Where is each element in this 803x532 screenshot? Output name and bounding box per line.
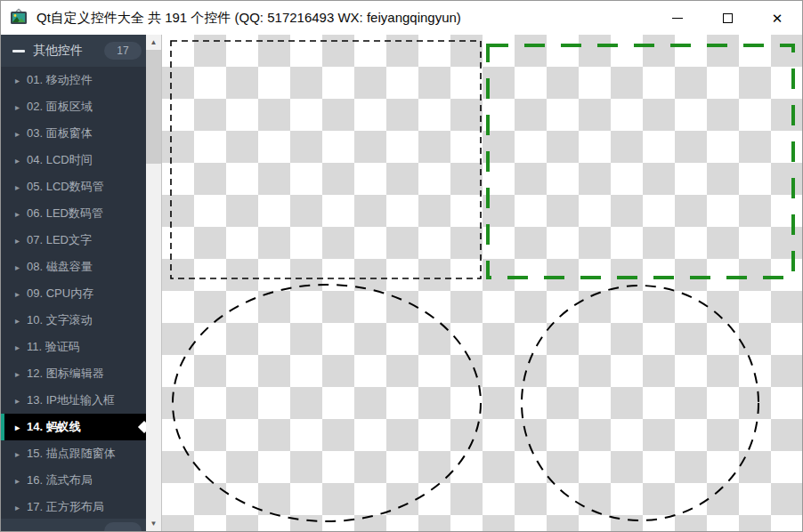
expand-arrow-icon: ▸: [15, 102, 20, 112]
minimize-icon: [672, 18, 683, 19]
sidebar-item-06[interactable]: ▸06. LED数码管: [1, 200, 146, 227]
scroll-down-button[interactable]: ▼: [146, 516, 161, 531]
close-button[interactable]: ✕: [752, 1, 802, 35]
window-controls: ✕: [653, 1, 802, 35]
sidebar-item-label: 11. 验证码: [27, 339, 80, 355]
sidebar-item-label: 14. 蚂蚁线: [27, 419, 81, 435]
sidebar-item-label: 08. 磁盘容量: [27, 259, 93, 275]
sidebar-item-label: 05. LCD数码管: [27, 179, 104, 195]
expand-arrow-icon: ▸: [15, 209, 20, 219]
sidebar-item-label: 12. 图标编辑器: [27, 366, 104, 382]
expand-arrow-icon: ▸: [15, 129, 20, 139]
sidebar-item-label: 17. 正方形布局: [27, 499, 104, 515]
sidebar-item-label: 07. LED文字: [27, 232, 92, 248]
sidebar-item-16[interactable]: ▸16. 流式布局: [1, 467, 146, 494]
expand-arrow-icon: ▸: [15, 236, 20, 246]
scroll-up-icon: ▲: [150, 38, 158, 46]
selected-accent-bar: [1, 414, 4, 440]
sidebar-item-list: ▸01. 移动控件▸02. 面板区域▸03. 面板窗体▸04. LCD时间▸05…: [1, 67, 146, 520]
ant-line-shapes: [162, 35, 803, 532]
sidebar-scrollbar[interactable]: ▲ ▼: [146, 35, 161, 531]
sidebar-group-header-others[interactable]: 其他控件 17: [1, 35, 146, 67]
expand-arrow-icon: ▸: [15, 369, 20, 379]
expand-arrow-icon: ▸: [15, 289, 20, 299]
sidebar-item-label: 15. 描点跟随窗体: [27, 446, 116, 462]
expand-arrow-icon: ▸: [15, 262, 20, 272]
sidebar-item-15[interactable]: ▸15. 描点跟随窗体: [1, 440, 146, 467]
sidebar: 其他控件 17 ▸01. 移动控件▸02. 面板区域▸03. 面板窗体▸04. …: [1, 35, 146, 531]
sidebar-item-17[interactable]: ▸17. 正方形布局: [1, 494, 146, 520]
app-window: Qt自定义控件大全 共 191 个控件 (QQ: 517216493 WX: f…: [0, 0, 803, 532]
maximize-icon: [723, 13, 733, 23]
group-label: 其他控件: [33, 43, 83, 59]
sidebar-group-header-next-partial[interactable]: [1, 519, 146, 531]
sidebar-item-09[interactable]: ▸09. CPU内存: [1, 280, 146, 307]
sidebar-item-12[interactable]: ▸12. 图标编辑器: [1, 360, 146, 387]
expand-arrow-icon: ▸: [15, 423, 20, 432]
minimize-button[interactable]: [653, 1, 702, 35]
expand-arrow-icon: ▸: [15, 503, 20, 512]
expand-arrow-icon: ▸: [15, 156, 20, 165]
scroll-up-button[interactable]: ▲: [146, 35, 161, 50]
sidebar-item-13[interactable]: ▸13. IP地址输入框: [1, 387, 146, 414]
sidebar-item-label: 06. LED数码管: [27, 206, 103, 222]
sidebar-item-label: 13. IP地址输入框: [27, 392, 115, 408]
scrollbar-thumb[interactable]: [146, 50, 161, 164]
title-bar: Qt自定义控件大全 共 191 个控件 (QQ: 517216493 WX: f…: [1, 1, 802, 35]
expand-arrow-icon: ▸: [15, 476, 20, 486]
expand-arrow-icon: ▸: [15, 76, 20, 85]
scroll-down-icon: ▼: [150, 520, 158, 528]
sidebar-item-08[interactable]: ▸08. 磁盘容量: [1, 254, 146, 280]
sidebar-item-11[interactable]: ▸11. 验证码: [1, 334, 146, 360]
sidebar-item-label: 03. 面板窗体: [27, 125, 93, 141]
demo-canvas: [161, 35, 802, 531]
sidebar-item-label: 16. 流式布局: [27, 472, 93, 488]
collapse-icon: [12, 50, 25, 52]
ant-rect-green: [488, 45, 793, 278]
maximize-button[interactable]: [702, 1, 752, 35]
group-count-badge-partial: [104, 522, 142, 531]
sidebar-item-05[interactable]: ▸05. LCD数码管: [1, 173, 146, 200]
group-count-badge: 17: [104, 42, 142, 60]
sidebar-item-label: 09. CPU内存: [27, 286, 93, 302]
expand-arrow-icon: ▸: [15, 396, 20, 406]
expand-arrow-icon: ▸: [15, 316, 20, 326]
expand-arrow-icon: ▸: [15, 343, 20, 352]
app-logo-icon: [9, 8, 28, 28]
window-title: Qt自定义控件大全 共 191 个控件 (QQ: 517216493 WX: f…: [36, 10, 461, 27]
sidebar-item-label: 04. LCD时间: [27, 152, 93, 168]
ant-rect-black: [171, 41, 481, 278]
sidebar-item-03[interactable]: ▸03. 面板窗体: [1, 120, 146, 147]
sidebar-item-01[interactable]: ▸01. 移动控件: [1, 67, 146, 93]
sidebar-item-14[interactable]: ▸14. 蚂蚁线: [1, 414, 146, 440]
sidebar-item-07[interactable]: ▸07. LED文字: [1, 227, 146, 254]
ant-ellipse-left: [173, 285, 481, 521]
sidebar-item-label: 01. 移动控件: [27, 72, 93, 88]
ant-ellipse-right: [522, 286, 758, 520]
sidebar-item-04[interactable]: ▸04. LCD时间: [1, 147, 146, 173]
sidebar-item-02[interactable]: ▸02. 面板区域: [1, 93, 146, 120]
sidebar-item-label: 10. 文字滚动: [27, 312, 93, 328]
sidebar-item-label: 02. 面板区域: [27, 99, 93, 115]
expand-arrow-icon: ▸: [15, 449, 20, 459]
sidebar-item-10[interactable]: ▸10. 文字滚动: [1, 307, 146, 334]
close-icon: ✕: [772, 12, 783, 25]
expand-arrow-icon: ▸: [15, 182, 20, 192]
